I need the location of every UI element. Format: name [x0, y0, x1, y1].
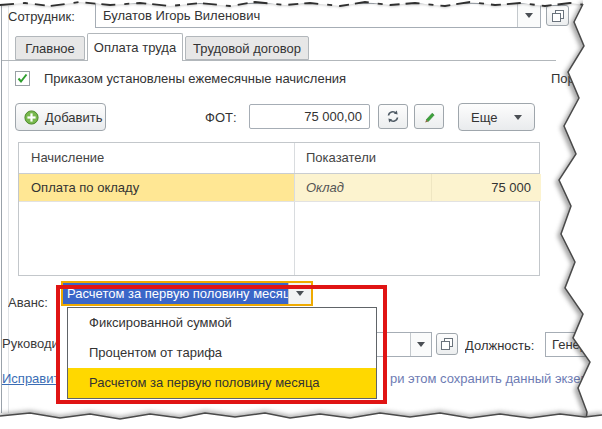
tab-trudovoy-dogovor[interactable]: Трудовой договор	[185, 36, 309, 60]
table-cell-indicator[interactable]: Оклад	[295, 174, 431, 201]
accrual-name: Оплата по окладу	[31, 180, 139, 195]
dropdown-option-fixed-sum[interactable]: Фиксированной суммой	[68, 308, 376, 338]
pencil-icon	[422, 110, 436, 124]
tab-label: Главное	[25, 41, 75, 56]
open-form-icon	[552, 10, 564, 22]
advance-dropdown-button[interactable]	[288, 283, 311, 304]
poryadok-truncated-text: Поряд	[551, 71, 599, 86]
manager-dropdown-button[interactable]	[410, 333, 431, 356]
position-value: Генера	[552, 337, 594, 352]
tab-glavnoe[interactable]: Главное	[15, 36, 85, 60]
position-label: Должность:	[465, 338, 534, 353]
advance-label: Аванс:	[8, 295, 48, 310]
row-divider	[19, 201, 539, 202]
advance-combobox[interactable]: Расчетом за первую половину месяц	[61, 281, 313, 306]
employee-dropdown-button[interactable]	[517, 4, 540, 27]
add-button-label: Добавить	[45, 110, 102, 125]
tab-oplata-truda[interactable]: Оплата труда	[87, 33, 183, 61]
refresh-button[interactable]	[378, 104, 408, 129]
edit-button[interactable]	[414, 104, 444, 129]
manager-label: Руководи	[2, 336, 56, 351]
add-button[interactable]: Добавить	[15, 103, 106, 131]
advance-selected-text: Расчетом за первую половину месяц	[63, 283, 288, 304]
checkmark-icon	[16, 72, 29, 85]
more-button[interactable]: Еще	[458, 103, 535, 131]
torn-edge-right	[559, 0, 602, 429]
table-cell-accrual[interactable]: Оплата по окладу	[19, 174, 294, 201]
monthly-accruals-checkbox[interactable]	[15, 71, 30, 86]
dropdown-option-percent-tariff[interactable]: Процентом от тарифа	[68, 338, 376, 368]
chevron-down-icon	[514, 115, 522, 120]
advance-dropdown-list: Фиксированной суммой Процентом от тарифа…	[67, 307, 377, 399]
dropdown-option-first-half-month[interactable]: Расчетом за первую половину месяца	[68, 368, 376, 398]
employee-open-button[interactable]	[546, 5, 569, 26]
payroll-form-screenshot: Сотрудник: Булатов Игорь Виленович Главн…	[0, 0, 602, 429]
employee-value: Булатов Игорь Виленович	[103, 8, 498, 23]
tabs-baseline	[2, 60, 556, 61]
accruals-table: Начисление Показатели Оплата по окладу О…	[18, 142, 540, 276]
tab-label: Оплата труда	[94, 40, 176, 55]
column-header-indicators[interactable]: Показатели	[306, 150, 376, 165]
open-form-icon	[441, 338, 453, 350]
ispravit-link[interactable]: Исправит	[2, 371, 56, 386]
more-button-label: Еще	[471, 110, 497, 125]
manager-open-button[interactable]	[436, 333, 458, 355]
monthly-accruals-label: Приказом установлены ежемесячные начисле…	[44, 71, 346, 86]
accrual-value: 75 000	[491, 180, 531, 195]
indicator-name: Оклад	[306, 180, 344, 195]
torn-edge-bottom	[0, 413, 602, 429]
column-divider	[294, 143, 295, 275]
tab-label: Трудовой договор	[193, 41, 301, 56]
position-field[interactable]: Генера	[545, 332, 602, 357]
add-icon	[24, 110, 39, 125]
chevron-down-icon	[296, 291, 304, 296]
employee-label: Сотрудник:	[8, 9, 75, 24]
table-cell-value[interactable]: 75 000	[431, 174, 541, 201]
fot-input[interactable]: 75 000,00	[249, 104, 370, 129]
chevron-down-icon	[525, 13, 533, 18]
refresh-icon	[386, 110, 400, 123]
hint-text: ри этом сохранить данный экзем	[390, 371, 600, 386]
column-header-accrual[interactable]: Начисление	[31, 150, 104, 165]
fot-value: 75 000,00	[304, 109, 362, 124]
chevron-down-icon	[417, 342, 425, 347]
window-left-border	[1, 6, 2, 413]
fot-label: ФОТ:	[205, 110, 237, 125]
employee-field[interactable]: Булатов Игорь Виленович	[95, 3, 541, 28]
panel-left-border	[8, 6, 9, 413]
